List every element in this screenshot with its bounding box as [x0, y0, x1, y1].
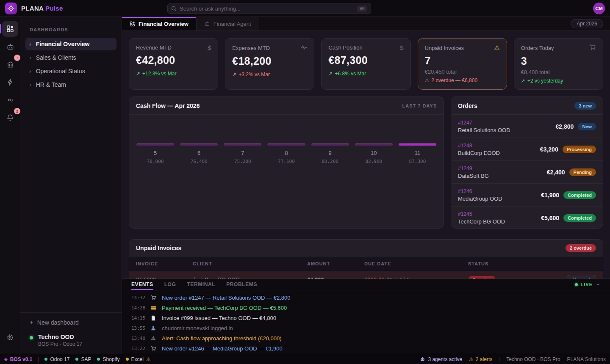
invoices-title: Unpaid Invoices: [136, 245, 181, 251]
rail-item-bank[interactable]: !: [2, 56, 18, 72]
kpi-delta-text: +6.8% vs Mar: [335, 71, 366, 77]
integration-odoo[interactable]: Odoo 17: [44, 356, 69, 362]
status-badge: Completed: [563, 214, 596, 222]
status-dot-yellow: [126, 358, 129, 361]
tab-problems[interactable]: PROBLEMS: [226, 279, 257, 290]
bank-alert-badge: !: [14, 55, 20, 61]
chevron-right-icon: ›: [29, 54, 31, 61]
trend-up-icon: ↗: [232, 72, 236, 77]
event-row[interactable]: 13:22 New order #1246 — MediaGroup OOD —…: [122, 343, 610, 353]
orders-new-badge: 3 new: [574, 102, 596, 110]
kpi-row: Revenue MTD $ €42,800 ↗ +12.3% vs Mar Ex…: [129, 38, 603, 90]
link-icon: [6, 96, 14, 104]
sidebar-footer: + New dashboard Techno OOD BOS Pro · Odo…: [20, 307, 122, 354]
robot-icon: [204, 21, 210, 27]
sidebar-item-operational-status[interactable]: › Operational Status: [25, 65, 116, 77]
search-icon: [171, 6, 177, 11]
tab-financial-overview[interactable]: Financial Overview: [122, 17, 197, 30]
bar[interactable]: [267, 143, 305, 146]
events-panel: EVENTS LOG TERMINAL PROBLEMS LIVE 14:32 …: [122, 279, 610, 354]
order-row[interactable]: #1246 MediaGroup OOD €1,900 Completed: [451, 183, 603, 206]
tab-events[interactable]: EVENTS: [131, 279, 153, 290]
diamond-icon: ◆: [4, 357, 8, 361]
status-dot-green: [97, 358, 100, 361]
new-dashboard-button[interactable]: + New dashboard: [30, 319, 112, 326]
brand-title: PLANA Pulse: [21, 5, 63, 12]
event-row[interactable]: 14:32 New order #1247 — Retail Solutions…: [122, 292, 610, 303]
rail-item-automations[interactable]: [2, 74, 18, 90]
kpi-subtitle: €20,450 total: [425, 69, 500, 75]
bar-highlighted[interactable]: [399, 143, 436, 146]
cart-icon: [150, 346, 157, 351]
sidebar-section-label: DASHBOARDS: [30, 27, 122, 32]
status-bar: ◆ BOS v0.1 Odoo 17 SAP Shopify Excel ⚠: [0, 354, 610, 364]
chevron-right-icon: ›: [29, 41, 31, 47]
trend-up-icon: ↗: [136, 71, 140, 77]
chart-column: 7 75,200: [221, 143, 264, 164]
chart-column: 10 82,900: [352, 143, 396, 164]
rail-item-settings[interactable]: [6, 334, 14, 341]
user-icon: [150, 325, 157, 331]
statusbar-workspace: Techno OOD · BOS Pro: [506, 356, 560, 362]
order-row[interactable]: #1245 TechCorp BG OOD €5,600 Completed: [451, 206, 603, 229]
rail-item-dashboards[interactable]: [2, 21, 18, 37]
rail-item-integrations[interactable]: [2, 92, 18, 108]
dollar-icon: $: [208, 44, 211, 51]
live-toggle[interactable]: LIVE: [575, 282, 601, 287]
event-row[interactable]: 13:40 ⚠ Alert: Cash flow approaching thr…: [122, 333, 610, 343]
bar[interactable]: [180, 143, 218, 146]
sidebar-item-hr-team[interactable]: › HR & Team: [25, 78, 116, 91]
status-badge: Pending: [569, 168, 596, 176]
table-header: INVOICE CLIENT AMOUNT DUE DATE STATUS: [129, 256, 603, 271]
event-row[interactable]: 14:15 Invoice #099 issued — Techno OOD —…: [122, 313, 610, 323]
bar[interactable]: [311, 143, 349, 146]
global-search[interactable]: ⌘K: [167, 3, 371, 14]
agents-active-status[interactable]: 3 agents active: [420, 356, 462, 362]
chart-column: 6 76,400: [177, 143, 221, 164]
workspace-switcher[interactable]: Techno OOD BOS Pro · Odoo 17: [30, 334, 112, 347]
order-row[interactable]: #1249 DataSoft BG €2,400 Pending: [451, 160, 603, 183]
order-row[interactable]: #1248 BuildCorp EOOD €3,200 Processing: [451, 138, 603, 160]
sidebar-item-sales-clients[interactable]: › Sales & Clients: [25, 51, 116, 64]
document-icon: [150, 315, 157, 321]
divider: [38, 357, 39, 362]
orders-panel: Orders 3 new #1247 Retail Solutions OOD …: [451, 97, 603, 229]
warning-icon: ⚠: [469, 356, 474, 362]
chart-range-label: LAST 7 DAYS: [402, 103, 437, 108]
integration-excel[interactable]: Excel ⚠: [126, 356, 151, 362]
robot-icon: [420, 356, 425, 362]
statusbar-company: PLANA Solutions: [567, 356, 606, 362]
chart-title: Cash Flow — Apr 2026: [136, 102, 200, 109]
search-input[interactable]: [180, 6, 357, 12]
status-dot-green: [75, 358, 78, 361]
kpi-value: €42,800: [136, 54, 211, 66]
integration-sap[interactable]: SAP: [75, 356, 91, 362]
bar[interactable]: [136, 143, 174, 146]
rail-item-notifications[interactable]: 2: [2, 110, 18, 126]
order-row[interactable]: #1247 Retail Solutions OOD €2,800 New: [451, 115, 603, 138]
tab-terminal[interactable]: TERMINAL: [187, 279, 215, 290]
search-shortcut: ⌘K: [357, 6, 367, 12]
avatar[interactable]: CM: [593, 3, 605, 14]
alerts-status[interactable]: ⚠ 2 alerts: [469, 356, 492, 362]
kpi-value: 3: [521, 55, 596, 67]
tab-financial-agent[interactable]: Financial Agent: [197, 17, 259, 30]
bar[interactable]: [355, 143, 393, 146]
event-row[interactable]: 14:28 Payment received — TechCorp BG OOD…: [122, 303, 610, 313]
kpi-card-revenue: Revenue MTD $ €42,800 ↗ +12.3% vs Mar: [129, 38, 218, 90]
kpi-card-cash: Cash Position $ €87,300 ↗ +6.8% vs Mar: [321, 38, 410, 90]
kpi-delta-text: +3.2% vs Mar: [238, 72, 270, 77]
integration-shopify[interactable]: Shopify: [97, 356, 119, 362]
tab-log[interactable]: LOG: [164, 279, 176, 290]
bank-icon: [6, 61, 14, 69]
chevron-right-icon: ›: [29, 68, 31, 74]
activity-icon: [300, 44, 307, 52]
active-indicator: [0, 24, 1, 33]
event-row[interactable]: 13:55 chudomir.monevski logged in: [122, 323, 610, 333]
bar[interactable]: [224, 143, 261, 146]
robot-icon: [6, 43, 14, 51]
sidebar-item-financial-overview[interactable]: › Financial Overview: [25, 38, 116, 50]
chevron-down-icon: [596, 282, 601, 287]
rail-item-agents[interactable]: [2, 39, 18, 55]
sidebar: DASHBOARDS › Financial Overview › Sales …: [20, 17, 122, 354]
